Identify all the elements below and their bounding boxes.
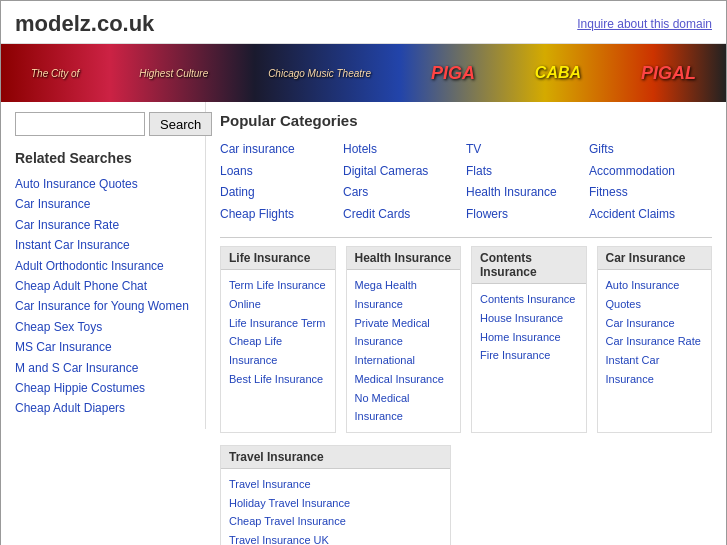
- related-link[interactable]: Cheap Sex Toys: [15, 317, 195, 337]
- related-link[interactable]: Cheap Adult Diapers: [15, 398, 195, 418]
- category-link[interactable]: Gifts: [589, 139, 712, 161]
- category-link[interactable]: Car insurance: [220, 139, 343, 161]
- header: modelz.co.uk Inquire about this domain: [1, 1, 726, 44]
- insurance-section-body: Contents InsuranceHouse InsuranceHome In…: [472, 284, 586, 371]
- insurance-link[interactable]: Life Insurance Term: [229, 314, 327, 333]
- inquire-link[interactable]: Inquire about this domain: [577, 17, 712, 31]
- travel-body: Travel InsuranceHoliday Travel Insurance…: [221, 469, 450, 545]
- insurance-link[interactable]: Car Insurance Rate: [606, 332, 704, 351]
- insurance-link[interactable]: Home Insurance: [480, 328, 578, 347]
- travel-link[interactable]: Cheap Travel Insurance: [229, 512, 442, 531]
- category-link[interactable]: Credit Cards: [343, 204, 466, 226]
- category-link[interactable]: Digital Cameras: [343, 161, 466, 183]
- search-input[interactable]: [15, 112, 145, 136]
- insurance-link[interactable]: Best Life Insurance: [229, 370, 327, 389]
- travel-header: Travel Insurance: [221, 446, 450, 469]
- category-link[interactable]: Flowers: [466, 204, 589, 226]
- insurance-link[interactable]: Auto Insurance Quotes: [606, 276, 704, 313]
- related-list-item: Car Insurance for Young Women: [15, 296, 195, 316]
- insurance-section-body: Mega Health InsurancePrivate Medical Ins…: [347, 270, 461, 432]
- insurance-section: Car InsuranceAuto Insurance QuotesCar In…: [597, 246, 713, 433]
- related-link[interactable]: Auto Insurance Quotes: [15, 174, 195, 194]
- insurance-link[interactable]: Fire Insurance: [480, 346, 578, 365]
- travel-link[interactable]: Travel Insurance: [229, 475, 442, 494]
- insurance-section: Life InsuranceTerm Life Insurance Online…: [220, 246, 336, 433]
- search-button[interactable]: Search: [149, 112, 212, 136]
- banner-text-5: CABA: [535, 64, 581, 82]
- insurance-link[interactable]: Car Insurance: [606, 314, 704, 333]
- related-list-item: Cheap Adult Phone Chat: [15, 276, 195, 296]
- insurance-section-title: Life Insurance: [221, 247, 335, 270]
- divider-1: [220, 237, 712, 238]
- related-list-item: Adult Orthodontic Insurance: [15, 256, 195, 276]
- banner-text-4: PIGA: [431, 63, 475, 84]
- insurance-section-body: Term Life Insurance OnlineLife Insurance…: [221, 270, 335, 394]
- banner-text-6: PIGAL: [641, 63, 696, 84]
- category-link[interactable]: Dating: [220, 182, 343, 204]
- popular-categories-title: Popular Categories: [220, 112, 712, 129]
- insurance-section: Health InsuranceMega Health InsurancePri…: [346, 246, 462, 433]
- related-list-item: Car Insurance: [15, 194, 195, 214]
- cat-col-3: TVFlatsHealth InsuranceFlowers: [466, 139, 589, 225]
- related-list-item: Auto Insurance Quotes: [15, 174, 195, 194]
- related-link[interactable]: Car Insurance for Young Women: [15, 296, 195, 316]
- category-link[interactable]: Cheap Flights: [220, 204, 343, 226]
- category-link[interactable]: Flats: [466, 161, 589, 183]
- site-title: modelz.co.uk: [15, 11, 154, 37]
- insurance-section: Contents InsuranceContents InsuranceHous…: [471, 246, 587, 433]
- insurance-link[interactable]: Cheap Life Insurance: [229, 332, 327, 369]
- cat-col-2: HotelsDigital CamerasCarsCredit Cards: [343, 139, 466, 225]
- categories-grid: Car insuranceLoansDatingCheap Flights Ho…: [220, 139, 712, 225]
- related-link[interactable]: Instant Car Insurance: [15, 235, 195, 255]
- banner: The City of Highest Culture Chicago Musi…: [1, 44, 726, 102]
- insurance-link[interactable]: International Medical Insurance: [355, 351, 453, 388]
- related-searches-list: Auto Insurance QuotesCar InsuranceCar In…: [15, 174, 195, 419]
- insurance-section-body: Auto Insurance QuotesCar InsuranceCar In…: [598, 270, 712, 394]
- cat-col-4: GiftsAccommodationFitnessAccident Claims: [589, 139, 712, 225]
- related-link[interactable]: M and S Car Insurance: [15, 358, 195, 378]
- related-link[interactable]: Car Insurance: [15, 194, 195, 214]
- category-link[interactable]: Fitness: [589, 182, 712, 204]
- travel-section: Travel Insurance Travel InsuranceHoliday…: [220, 445, 451, 545]
- insurance-link[interactable]: Instant Car Insurance: [606, 351, 704, 388]
- banner-text-1: The City of: [31, 68, 79, 79]
- category-link[interactable]: Health Insurance: [466, 182, 589, 204]
- related-list-item: M and S Car Insurance: [15, 358, 195, 378]
- cat-col-1: Car insuranceLoansDatingCheap Flights: [220, 139, 343, 225]
- banner-text-2: Highest Culture: [139, 68, 208, 79]
- category-link[interactable]: Loans: [220, 161, 343, 183]
- insurance-link[interactable]: Mega Health Insurance: [355, 276, 453, 313]
- insurance-grid: Life InsuranceTerm Life Insurance Online…: [220, 246, 712, 433]
- related-list-item: MS Car Insurance: [15, 337, 195, 357]
- category-link[interactable]: Accident Claims: [589, 204, 712, 226]
- travel-link[interactable]: Travel Insurance UK: [229, 531, 442, 545]
- related-link[interactable]: Car Insurance Rate: [15, 215, 195, 235]
- insurance-section-title: Car Insurance: [598, 247, 712, 270]
- insurance-section-title: Contents Insurance: [472, 247, 586, 284]
- insurance-link[interactable]: House Insurance: [480, 309, 578, 328]
- category-link[interactable]: Cars: [343, 182, 466, 204]
- sidebar: Search Related Searches Auto Insurance Q…: [1, 102, 206, 429]
- related-searches-title: Related Searches: [15, 150, 195, 166]
- category-link[interactable]: Accommodation: [589, 161, 712, 183]
- content-area: Popular Categories Car insuranceLoansDat…: [206, 102, 726, 545]
- insurance-section-title: Health Insurance: [347, 247, 461, 270]
- travel-link[interactable]: Holiday Travel Insurance: [229, 494, 442, 513]
- insurance-link[interactable]: Contents Insurance: [480, 290, 578, 309]
- insurance-link[interactable]: No Medical Insurance: [355, 389, 453, 426]
- related-list-item: Cheap Hippie Costumes: [15, 378, 195, 398]
- related-link[interactable]: Adult Orthodontic Insurance: [15, 256, 195, 276]
- category-link[interactable]: TV: [466, 139, 589, 161]
- related-link[interactable]: MS Car Insurance: [15, 337, 195, 357]
- related-link[interactable]: Cheap Adult Phone Chat: [15, 276, 195, 296]
- related-list-item: Cheap Sex Toys: [15, 317, 195, 337]
- related-list-item: Instant Car Insurance: [15, 235, 195, 255]
- insurance-link[interactable]: Term Life Insurance Online: [229, 276, 327, 313]
- banner-text-3: Chicago Music Theatre: [268, 68, 371, 79]
- category-link[interactable]: Hotels: [343, 139, 466, 161]
- insurance-link[interactable]: Private Medical Insurance: [355, 314, 453, 351]
- related-link[interactable]: Cheap Hippie Costumes: [15, 378, 195, 398]
- related-list-item: Cheap Adult Diapers: [15, 398, 195, 418]
- search-box: Search: [15, 112, 195, 136]
- related-list-item: Car Insurance Rate: [15, 215, 195, 235]
